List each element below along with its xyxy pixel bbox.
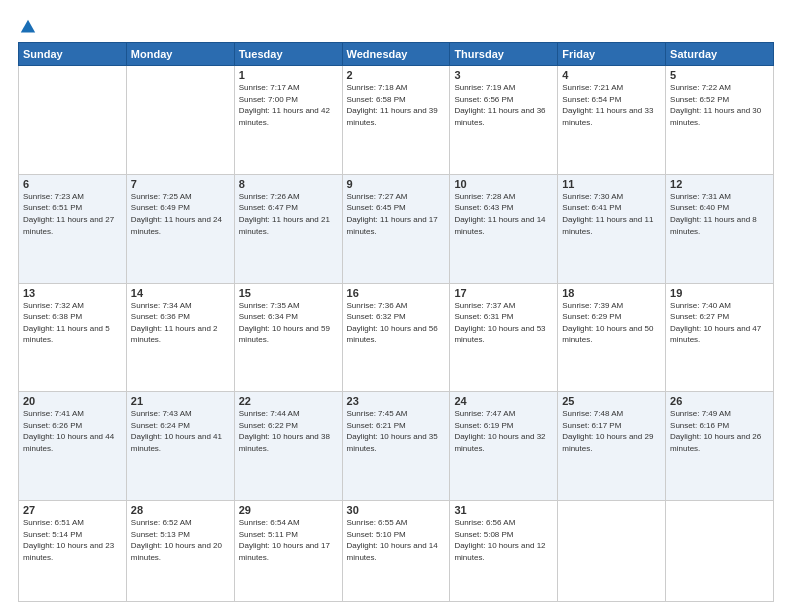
day-info: Sunrise: 7:21 AM Sunset: 6:54 PM Dayligh… <box>562 82 661 128</box>
day-header-friday: Friday <box>558 43 666 66</box>
day-info: Sunrise: 7:45 AM Sunset: 6:21 PM Dayligh… <box>347 408 446 454</box>
day-number: 30 <box>347 504 446 516</box>
day-number: 24 <box>454 395 553 407</box>
day-info: Sunrise: 6:55 AM Sunset: 5:10 PM Dayligh… <box>347 517 446 563</box>
day-cell: 18Sunrise: 7:39 AM Sunset: 6:29 PM Dayli… <box>558 283 666 392</box>
day-info: Sunrise: 7:40 AM Sunset: 6:27 PM Dayligh… <box>670 300 769 346</box>
day-number: 7 <box>131 178 230 190</box>
day-cell: 22Sunrise: 7:44 AM Sunset: 6:22 PM Dayli… <box>234 392 342 501</box>
calendar-table: SundayMondayTuesdayWednesdayThursdayFrid… <box>18 42 774 602</box>
day-header-tuesday: Tuesday <box>234 43 342 66</box>
day-number: 4 <box>562 69 661 81</box>
day-info: Sunrise: 7:47 AM Sunset: 6:19 PM Dayligh… <box>454 408 553 454</box>
day-number: 29 <box>239 504 338 516</box>
day-number: 14 <box>131 287 230 299</box>
day-cell <box>19 66 127 175</box>
day-number: 26 <box>670 395 769 407</box>
day-number: 19 <box>670 287 769 299</box>
day-number: 15 <box>239 287 338 299</box>
day-number: 9 <box>347 178 446 190</box>
week-row-2: 6Sunrise: 7:23 AM Sunset: 6:51 PM Daylig… <box>19 174 774 283</box>
week-row-5: 27Sunrise: 6:51 AM Sunset: 5:14 PM Dayli… <box>19 501 774 602</box>
day-cell: 17Sunrise: 7:37 AM Sunset: 6:31 PM Dayli… <box>450 283 558 392</box>
day-cell: 30Sunrise: 6:55 AM Sunset: 5:10 PM Dayli… <box>342 501 450 602</box>
days-header-row: SundayMondayTuesdayWednesdayThursdayFrid… <box>19 43 774 66</box>
day-info: Sunrise: 7:28 AM Sunset: 6:43 PM Dayligh… <box>454 191 553 237</box>
day-cell: 4Sunrise: 7:21 AM Sunset: 6:54 PM Daylig… <box>558 66 666 175</box>
day-info: Sunrise: 7:49 AM Sunset: 6:16 PM Dayligh… <box>670 408 769 454</box>
day-cell: 25Sunrise: 7:48 AM Sunset: 6:17 PM Dayli… <box>558 392 666 501</box>
day-info: Sunrise: 7:35 AM Sunset: 6:34 PM Dayligh… <box>239 300 338 346</box>
day-number: 23 <box>347 395 446 407</box>
day-number: 12 <box>670 178 769 190</box>
day-info: Sunrise: 7:17 AM Sunset: 7:00 PM Dayligh… <box>239 82 338 128</box>
week-row-1: 1Sunrise: 7:17 AM Sunset: 7:00 PM Daylig… <box>19 66 774 175</box>
day-info: Sunrise: 7:22 AM Sunset: 6:52 PM Dayligh… <box>670 82 769 128</box>
day-number: 5 <box>670 69 769 81</box>
day-cell: 1Sunrise: 7:17 AM Sunset: 7:00 PM Daylig… <box>234 66 342 175</box>
day-number: 10 <box>454 178 553 190</box>
day-number: 13 <box>23 287 122 299</box>
day-header-saturday: Saturday <box>666 43 774 66</box>
day-cell: 15Sunrise: 7:35 AM Sunset: 6:34 PM Dayli… <box>234 283 342 392</box>
day-info: Sunrise: 7:27 AM Sunset: 6:45 PM Dayligh… <box>347 191 446 237</box>
day-info: Sunrise: 7:39 AM Sunset: 6:29 PM Dayligh… <box>562 300 661 346</box>
logo-icon <box>19 18 37 36</box>
day-cell: 6Sunrise: 7:23 AM Sunset: 6:51 PM Daylig… <box>19 174 127 283</box>
page: SundayMondayTuesdayWednesdayThursdayFrid… <box>0 0 792 612</box>
day-number: 28 <box>131 504 230 516</box>
day-cell: 11Sunrise: 7:30 AM Sunset: 6:41 PM Dayli… <box>558 174 666 283</box>
day-number: 11 <box>562 178 661 190</box>
day-cell: 3Sunrise: 7:19 AM Sunset: 6:56 PM Daylig… <box>450 66 558 175</box>
day-number: 8 <box>239 178 338 190</box>
day-cell: 12Sunrise: 7:31 AM Sunset: 6:40 PM Dayli… <box>666 174 774 283</box>
day-number: 3 <box>454 69 553 81</box>
day-number: 21 <box>131 395 230 407</box>
day-cell: 31Sunrise: 6:56 AM Sunset: 5:08 PM Dayli… <box>450 501 558 602</box>
day-cell: 20Sunrise: 7:41 AM Sunset: 6:26 PM Dayli… <box>19 392 127 501</box>
week-row-3: 13Sunrise: 7:32 AM Sunset: 6:38 PM Dayli… <box>19 283 774 392</box>
day-cell: 28Sunrise: 6:52 AM Sunset: 5:13 PM Dayli… <box>126 501 234 602</box>
day-number: 27 <box>23 504 122 516</box>
day-cell: 8Sunrise: 7:26 AM Sunset: 6:47 PM Daylig… <box>234 174 342 283</box>
day-cell <box>558 501 666 602</box>
day-number: 18 <box>562 287 661 299</box>
day-cell: 5Sunrise: 7:22 AM Sunset: 6:52 PM Daylig… <box>666 66 774 175</box>
day-info: Sunrise: 7:26 AM Sunset: 6:47 PM Dayligh… <box>239 191 338 237</box>
day-cell: 16Sunrise: 7:36 AM Sunset: 6:32 PM Dayli… <box>342 283 450 392</box>
day-info: Sunrise: 7:44 AM Sunset: 6:22 PM Dayligh… <box>239 408 338 454</box>
day-info: Sunrise: 6:51 AM Sunset: 5:14 PM Dayligh… <box>23 517 122 563</box>
day-cell: 24Sunrise: 7:47 AM Sunset: 6:19 PM Dayli… <box>450 392 558 501</box>
day-cell: 19Sunrise: 7:40 AM Sunset: 6:27 PM Dayli… <box>666 283 774 392</box>
svg-marker-0 <box>21 20 35 33</box>
day-header-monday: Monday <box>126 43 234 66</box>
day-info: Sunrise: 7:18 AM Sunset: 6:58 PM Dayligh… <box>347 82 446 128</box>
day-info: Sunrise: 7:30 AM Sunset: 6:41 PM Dayligh… <box>562 191 661 237</box>
day-cell <box>666 501 774 602</box>
day-info: Sunrise: 7:31 AM Sunset: 6:40 PM Dayligh… <box>670 191 769 237</box>
logo <box>18 18 37 32</box>
day-info: Sunrise: 7:37 AM Sunset: 6:31 PM Dayligh… <box>454 300 553 346</box>
day-info: Sunrise: 7:23 AM Sunset: 6:51 PM Dayligh… <box>23 191 122 237</box>
day-info: Sunrise: 6:54 AM Sunset: 5:11 PM Dayligh… <box>239 517 338 563</box>
day-cell: 10Sunrise: 7:28 AM Sunset: 6:43 PM Dayli… <box>450 174 558 283</box>
day-header-thursday: Thursday <box>450 43 558 66</box>
day-info: Sunrise: 7:41 AM Sunset: 6:26 PM Dayligh… <box>23 408 122 454</box>
day-number: 31 <box>454 504 553 516</box>
day-number: 16 <box>347 287 446 299</box>
day-info: Sunrise: 7:19 AM Sunset: 6:56 PM Dayligh… <box>454 82 553 128</box>
day-cell: 14Sunrise: 7:34 AM Sunset: 6:36 PM Dayli… <box>126 283 234 392</box>
day-header-wednesday: Wednesday <box>342 43 450 66</box>
day-info: Sunrise: 7:25 AM Sunset: 6:49 PM Dayligh… <box>131 191 230 237</box>
day-info: Sunrise: 7:36 AM Sunset: 6:32 PM Dayligh… <box>347 300 446 346</box>
day-cell: 21Sunrise: 7:43 AM Sunset: 6:24 PM Dayli… <box>126 392 234 501</box>
day-cell <box>126 66 234 175</box>
day-info: Sunrise: 6:52 AM Sunset: 5:13 PM Dayligh… <box>131 517 230 563</box>
day-cell: 9Sunrise: 7:27 AM Sunset: 6:45 PM Daylig… <box>342 174 450 283</box>
day-cell: 26Sunrise: 7:49 AM Sunset: 6:16 PM Dayli… <box>666 392 774 501</box>
day-info: Sunrise: 7:34 AM Sunset: 6:36 PM Dayligh… <box>131 300 230 346</box>
day-number: 2 <box>347 69 446 81</box>
day-number: 17 <box>454 287 553 299</box>
day-number: 1 <box>239 69 338 81</box>
day-number: 20 <box>23 395 122 407</box>
